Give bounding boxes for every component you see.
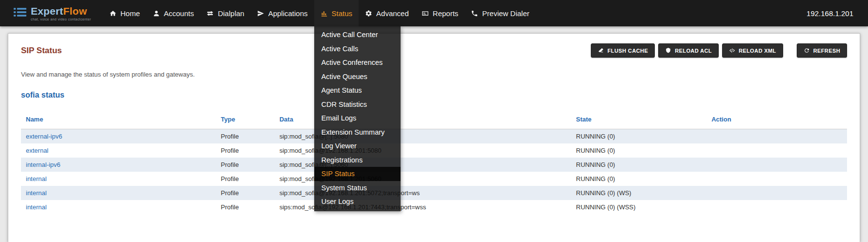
- menu-item-extension-summary[interactable]: Extension Summary: [314, 125, 401, 140]
- main-menu: Home Accounts Dialplan Applications Stat…: [103, 0, 536, 26]
- brand-bars-icon: [14, 7, 26, 20]
- server-address: 192.168.1.201: [807, 9, 868, 18]
- section-title: sofia status: [21, 91, 847, 100]
- menu-item-agent-status[interactable]: Agent Status: [314, 83, 401, 98]
- nav-item-preview-dialer[interactable]: Preview Dialer: [464, 0, 536, 26]
- column-header-state: State: [571, 113, 707, 129]
- send-icon: [257, 10, 264, 17]
- profile-link[interactable]: internal: [21, 186, 216, 200]
- button-label: FLUSH CACHE: [607, 48, 648, 54]
- phone-icon: [471, 10, 478, 17]
- cell-state: RUNNING (0): [571, 172, 707, 186]
- table-row: internal Profile sips:mod_sofia@192.168.…: [21, 200, 847, 214]
- menu-item-active-call-center[interactable]: Active Call Center: [314, 28, 401, 42]
- refresh-icon: [804, 47, 810, 54]
- nav-item-reports[interactable]: Reports: [415, 0, 465, 26]
- menu-item-email-logs[interactable]: Email Logs: [314, 111, 401, 125]
- nav-item-advanced[interactable]: Advanced: [359, 0, 415, 26]
- page-title: SIP Status: [21, 46, 62, 56]
- card-icon: [422, 10, 429, 17]
- eraser-icon: [598, 47, 604, 54]
- cell-action: [707, 158, 847, 172]
- page-description: View and manage the status of system pro…: [21, 71, 847, 78]
- menu-item-cdr-statistics[interactable]: CDR Statistics: [314, 98, 401, 112]
- gear-icon: [365, 10, 372, 17]
- cell-state: RUNNING (0) (WS): [571, 186, 707, 200]
- cell-action: [707, 186, 847, 200]
- table-row: external Profile sip:mod_sofia@192.168.1…: [21, 143, 847, 158]
- profile-link[interactable]: internal: [21, 172, 216, 186]
- brand-tagline: chat, voice and video contactcenter: [31, 18, 91, 21]
- menu-item-log-viewer[interactable]: Log Viewer: [314, 139, 401, 153]
- nav-item-label: Home: [121, 9, 140, 18]
- cell-action: [707, 129, 847, 144]
- reload-acl-button[interactable]: RELOAD ACL: [658, 43, 719, 58]
- menu-item-active-calls[interactable]: Active Calls: [314, 42, 401, 56]
- cell-type: Profile: [216, 172, 275, 186]
- cell-type: Profile: [216, 158, 275, 172]
- nav-item-accounts[interactable]: Accounts: [146, 0, 201, 26]
- profile-link[interactable]: internal-ipv6: [21, 158, 216, 172]
- page-card: SIP Status FLUSH CACHE RELOAD ACL RELOAD…: [8, 33, 860, 242]
- shield-icon: [665, 47, 671, 54]
- column-header-action: Action: [707, 113, 847, 129]
- exchange-icon: [206, 10, 214, 17]
- menu-item-system-status[interactable]: System Status: [314, 181, 401, 195]
- profile-link[interactable]: external: [21, 143, 216, 158]
- cell-type: Profile: [216, 186, 275, 200]
- bar-chart-icon: [321, 10, 328, 17]
- page-header: SIP Status FLUSH CACHE RELOAD ACL RELOAD…: [21, 43, 847, 58]
- table-header-row: Name Type Data State Action: [21, 113, 847, 129]
- menu-item-active-conferences[interactable]: Active Conferences: [314, 56, 401, 70]
- flush-cache-button[interactable]: FLUSH CACHE: [591, 43, 655, 58]
- code-icon: [729, 47, 735, 54]
- refresh-button[interactable]: REFRESH: [797, 43, 847, 58]
- cell-action: [707, 200, 847, 214]
- nav-item-home[interactable]: Home: [103, 0, 146, 26]
- top-nav: ExpertFlow chat, voice and video contact…: [0, 0, 868, 26]
- menu-item-active-queues[interactable]: Active Queues: [314, 70, 401, 84]
- table-row: internal Profile sip:mod_sofia@192.168.1…: [21, 186, 847, 200]
- nav-item-label: Applications: [268, 9, 308, 18]
- nav-item-label: Reports: [433, 9, 459, 18]
- nav-item-label: Status: [332, 9, 353, 18]
- brand-name: ExpertFlow: [31, 6, 91, 16]
- menu-item-sip-status[interactable]: SIP Status: [314, 167, 401, 181]
- cell-state: RUNNING (0): [571, 129, 707, 144]
- button-label: RELOAD XML: [739, 48, 776, 54]
- screen: ExpertFlow chat, voice and video contact…: [0, 0, 868, 242]
- brand-logo[interactable]: ExpertFlow chat, voice and video contact…: [0, 0, 103, 26]
- table-row: external-ipv6 Profile sip:mod_sofia@[::]…: [21, 129, 847, 144]
- button-label: RELOAD ACL: [675, 48, 712, 54]
- cell-state: RUNNING (0): [571, 158, 707, 172]
- profile-link[interactable]: external-ipv6: [21, 129, 216, 144]
- content-area: SIP Status FLUSH CACHE RELOAD ACL RELOAD…: [8, 33, 860, 242]
- status-dropdown-menu: Active Call Center Active Calls Active C…: [314, 26, 401, 211]
- home-icon: [109, 10, 117, 17]
- nav-item-dialplan[interactable]: Dialplan: [200, 0, 250, 26]
- button-label: REFRESH: [813, 48, 840, 54]
- user-icon: [153, 10, 160, 17]
- column-header-name: Name: [21, 113, 216, 129]
- nav-item-label: Dialplan: [218, 9, 244, 18]
- cell-type: Profile: [216, 200, 275, 214]
- nav-item-status[interactable]: Status Active Call Center Active Calls A…: [314, 0, 359, 26]
- table-row: internal Profile sip:mod_sofia@192.168.1…: [21, 172, 847, 186]
- menu-item-registrations[interactable]: Registrations: [314, 153, 401, 167]
- nav-item-label: Advanced: [376, 9, 409, 18]
- cell-type: Profile: [216, 129, 275, 144]
- cell-action: [707, 172, 847, 186]
- nav-item-applications[interactable]: Applications: [251, 0, 314, 26]
- reload-xml-button[interactable]: RELOAD XML: [722, 43, 783, 58]
- cell-type: Profile: [216, 143, 275, 158]
- cell-action: [707, 143, 847, 158]
- profile-link[interactable]: internal: [21, 200, 216, 214]
- cell-state: RUNNING (0) (WSS): [571, 200, 707, 214]
- column-header-type: Type: [216, 113, 275, 129]
- cell-state: RUNNING (0): [571, 143, 707, 158]
- table-row: internal-ipv6 Profile sip:mod_sofia@[::]…: [21, 158, 847, 172]
- menu-item-user-logs[interactable]: User Logs: [314, 195, 401, 209]
- sofia-status-table: Name Type Data State Action external-ipv…: [21, 113, 847, 214]
- nav-item-label: Preview Dialer: [482, 9, 529, 18]
- action-buttons: FLUSH CACHE RELOAD ACL RELOAD XML REFRES…: [587, 43, 847, 58]
